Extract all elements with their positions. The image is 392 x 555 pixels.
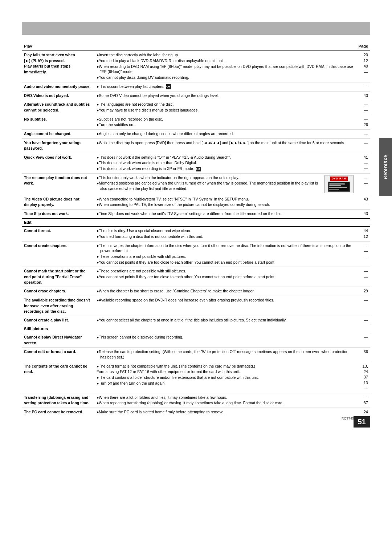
page-val: 29	[358, 288, 368, 294]
table-row: The resume play function does not work. …	[22, 173, 370, 195]
page-val: 37	[358, 374, 368, 380]
detail-item: ●When connecting to Multi-system TV, sel…	[97, 197, 354, 202]
page-val: 12	[358, 58, 368, 64]
page-val: 13, 24	[358, 364, 368, 375]
table-row: Alternative soundtrack and subtitles can…	[22, 100, 370, 115]
issue-text: Cannot display Direct Navigator screen.	[24, 335, 82, 345]
table-row: Quick View does not work. ●This does not…	[22, 153, 370, 173]
detail-item: ●You cannot play discs during DV automat…	[97, 75, 354, 80]
detail-item: ●The card format is not compatible with …	[97, 364, 354, 369]
table-row: The PC card cannot be removed. ●Make sur…	[22, 408, 370, 416]
table-row: DVD-Video is not played. ●Some DVD-Video…	[22, 91, 370, 100]
table-row: Cannot mark the start point or the end p…	[22, 267, 370, 287]
issue-text: DVD-Video is not played.	[24, 93, 69, 98]
issue-cannot-create-chapters: Cannot create chapters.	[24, 243, 68, 248]
table-row: No subtitles. ●Subtitles are not recorde…	[22, 115, 370, 129]
detail-item: ●This function only works when the indic…	[97, 175, 354, 181]
issue-text: Cannot erase chapters.	[24, 289, 66, 293]
section-still-header: Still pictures	[22, 325, 370, 333]
table-row: Cannot display Direct Navigator screen. …	[22, 333, 370, 348]
page-val: —	[358, 160, 368, 166]
page-val: 40	[358, 93, 368, 98]
page-val: 13	[358, 380, 368, 386]
table-row: Time Slip does not work. ●Time Slip does…	[22, 210, 370, 219]
detail-item: ●The languages are not recorded on the d…	[97, 102, 354, 107]
detail-item: ●This occurs between play list chapters.…	[97, 84, 354, 89]
page-val: —	[358, 102, 368, 107]
detail-item: ●This does not work when recording is in…	[97, 166, 354, 171]
page-val: —	[358, 317, 368, 323]
detail-item: ●Memorized positions are canceled when t…	[97, 181, 354, 191]
detail-item: ●The card contains a folder structure an…	[97, 375, 354, 380]
table-row: The available recording time doesn't inc…	[22, 296, 370, 316]
page-val: —	[358, 202, 368, 207]
top-bar	[22, 22, 370, 35]
dvd-ram-label-text: DVD-RAM	[330, 177, 348, 181]
reference-label-text: Reference	[383, 155, 388, 179]
page-val: —	[358, 395, 368, 400]
issue-text: The available recording time doesn't inc…	[24, 298, 90, 313]
page-val: 26	[358, 122, 368, 127]
page-val: —	[358, 117, 368, 122]
section-play-title: Play	[24, 44, 32, 48]
issue-text: Cannot mark the start point or the end p…	[24, 269, 85, 284]
detail-item: ●The unit writes the chapter information…	[97, 243, 354, 254]
detail-item: ●Angles can only be changed during scene…	[97, 131, 354, 137]
detail-item: ●This does not work when audio is other …	[97, 160, 354, 166]
issue-text: The Video CD picture does not display pr…	[24, 197, 79, 207]
page-val: —	[358, 274, 368, 280]
dvd-ram-indicator: DVD-RAM	[324, 175, 354, 193]
troubleshooting-table: Play Page Play fails to start even when[…	[22, 42, 370, 417]
detail-item: ●When connecting to PAL TV, the lower si…	[97, 202, 354, 207]
detail-item: ●You cannot set points if they are too c…	[97, 260, 354, 265]
detail-item: ●When there are a lot of folders and fil…	[97, 395, 354, 400]
page-val: —	[358, 386, 368, 391]
page-val: 43	[358, 211, 368, 216]
page-val: —	[358, 297, 368, 303]
issue-text: Angle cannot be changed.	[24, 131, 72, 136]
detail-item: ●This screen cannot be displayed during …	[97, 335, 354, 340]
issue-text: Time Slip does not work.	[24, 211, 69, 216]
page-val: —	[358, 335, 368, 340]
reference-sidebar: Reference	[379, 138, 392, 196]
detail-item: ●You tried formatting a disc that is not…	[97, 234, 354, 239]
page-val: —	[358, 166, 368, 171]
issue-text: The PC card cannot be removed.	[24, 410, 83, 414]
issue-text: Audio and video momentarily pause.	[24, 84, 90, 89]
table-row: Cannot erase chapters. ●When the chapter…	[22, 287, 370, 296]
table-row: Cannot create a play list. ●You cannot s…	[22, 316, 370, 325]
detail-item: ●Insert the disc correctly with the labe…	[97, 52, 354, 58]
page-val: 40	[358, 64, 368, 69]
dvd-display	[328, 182, 350, 192]
page-val: 20	[358, 52, 368, 58]
issue-text: Cannot edit or format a card.	[24, 349, 76, 354]
issue-text: Cannot format.	[24, 228, 51, 233]
issue-resume-play: The resume play function does not work.	[24, 175, 87, 185]
page-val: —	[358, 254, 368, 259]
page-val: —	[358, 131, 368, 137]
table-row: Cannot create chapters. ●The unit writes…	[22, 241, 370, 267]
page-val: —	[358, 248, 368, 254]
table-row: The contents of the card cannot be read.…	[22, 362, 370, 393]
detail-item: ●You cannot set points if they are too c…	[97, 274, 354, 280]
issue-text: You have forgotten your ratings password…	[24, 141, 81, 150]
detail-item: ●Release the card's protection setting. …	[97, 349, 354, 360]
page-header-label: Page	[359, 44, 368, 48]
detail-item: ●Available recording space on the DVD-R …	[97, 297, 354, 303]
ram-badge: RAM	[166, 84, 171, 89]
page-val: 41	[358, 155, 368, 160]
section-still-title: Still pictures	[24, 327, 48, 331]
page-val: 37	[358, 400, 368, 406]
issue-text: The contents of the card cannot be read.	[24, 364, 87, 374]
page-val: —	[358, 175, 368, 181]
page-val: —	[358, 243, 368, 248]
page-val: 24	[358, 409, 368, 415]
detail-item: ●This does not work if the setting is "O…	[97, 155, 354, 160]
detail-item: ●The disc is dirty. Use a special cleane…	[97, 228, 354, 234]
detail-item: ●These operations are not possible with …	[97, 268, 354, 274]
detail-item: ●While the disc tray is open, press [DVD…	[97, 140, 354, 146]
page-number: 51	[354, 416, 370, 428]
page-val: 44	[358, 228, 368, 234]
detail-item: ●Time Slip does not work when the unit's…	[97, 211, 354, 216]
page-val: 36	[358, 349, 368, 355]
